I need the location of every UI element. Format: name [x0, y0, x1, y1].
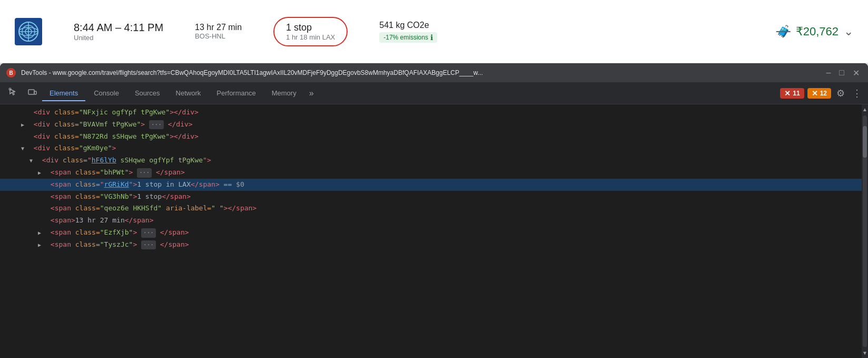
tab-network[interactable]: Network: [169, 85, 209, 101]
info-icon[interactable]: ℹ: [430, 33, 433, 42]
warning-x-icon: ✕: [812, 89, 818, 98]
scroll-down-arrow[interactable]: ▼: [861, 349, 868, 357]
flight-times: 8:44 AM – 4:11 PM United: [74, 22, 163, 42]
collapse-arrow[interactable]: ▶: [38, 169, 44, 177]
airline-logo: [15, 18, 42, 45]
devtools-titlebar: B DevTools - www.google.com/travel/fligh…: [0, 63, 868, 82]
svg-rect-7: [28, 90, 34, 94]
stops-detail: 1 hr 18 min LAX: [286, 33, 335, 41]
more-options-icon[interactable]: ⋮: [850, 84, 864, 102]
minimize-button[interactable]: –: [824, 68, 833, 78]
emissions-badge: -17% emissions ℹ: [379, 32, 437, 43]
expand-chevron-icon[interactable]: ⌄: [844, 25, 853, 38]
html-line: ▼ <div class="hF6lYb sSHqwe ogfYpf tPgKw…: [0, 154, 862, 167]
html-line: <div class="NFxjic ogfYpf tPgKwe"></div>: [0, 107, 862, 119]
flight-duration-value: 13 hr 27 min: [195, 23, 242, 32]
devtools-content: <div class="NFxjic ogfYpf tPgKwe"></div>…: [0, 104, 868, 358]
flight-duration: 13 hr 27 min BOS-HNL: [195, 23, 242, 40]
html-line: ▶ <span class="bhPWt"> ··· </span>: [0, 167, 862, 179]
flight-price: ₹20,762: [796, 25, 839, 38]
html-line-selected[interactable]: <span class="rGRiKd">1 stop in LAX</span…: [0, 179, 862, 191]
more-tabs-icon[interactable]: »: [305, 85, 318, 101]
error-x-icon: ✕: [784, 89, 791, 98]
error-badge[interactable]: ✕ 11: [780, 88, 804, 99]
html-line: <div class="N872Rd sSHqwe tPgKwe"></div>: [0, 131, 862, 143]
emissions-badge-text: -17% emissions: [383, 34, 428, 41]
html-line: <span class="VG3hNb">1 stop</span>: [0, 191, 862, 203]
collapse-arrow[interactable]: ▶: [38, 241, 44, 249]
tab-elements[interactable]: Elements: [42, 85, 85, 101]
html-line: ▶ <div class="BVAVmf tPgKwe"> ··· </div>: [0, 119, 862, 131]
devtools-url: DevTools - www.google.com/travel/flights…: [21, 69, 818, 76]
tab-sources[interactable]: Sources: [127, 85, 167, 101]
stops-main: 1 stop: [286, 22, 335, 33]
ellipsis-toggle[interactable]: ···: [141, 228, 156, 238]
html-line: ▼ <div class="gKm0ye">: [0, 142, 862, 154]
flight-stops-area: 1 stop 1 hr 18 min LAX: [273, 17, 348, 46]
collapse-arrow[interactable]: ▼: [29, 157, 36, 165]
warning-count: 12: [820, 90, 827, 97]
flight-card: 8:44 AM – 4:11 PM United 13 hr 27 min BO…: [0, 0, 868, 63]
html-line: ▶ <span class="TyszJc"> ··· </span>: [0, 239, 862, 251]
emissions-info: 541 kg CO2e -17% emissions ℹ: [379, 21, 437, 43]
browser-favicon: B: [6, 68, 16, 78]
collapse-arrow[interactable]: ▶: [38, 229, 44, 237]
co2-value: 541 kg CO2e: [379, 21, 437, 30]
html-line: <span>13 hr 27 min</span>: [0, 215, 862, 227]
flight-time-range: 8:44 AM – 4:11 PM: [74, 22, 163, 34]
svg-rect-8: [34, 91, 36, 94]
ellipsis-toggle[interactable]: ···: [137, 168, 152, 178]
tab-console[interactable]: Console: [86, 85, 126, 101]
close-button[interactable]: ✕: [851, 68, 862, 78]
collapse-arrow[interactable]: ▶: [21, 121, 27, 129]
scroll-up-arrow[interactable]: ▲: [861, 105, 868, 113]
html-line: <span class="qeoz6e HKHSfd" aria-label="…: [0, 202, 862, 215]
flight-airline: United: [74, 34, 163, 42]
scrollbar-track[interactable]: [863, 115, 867, 347]
ellipsis-toggle[interactable]: ···: [141, 240, 156, 250]
devtools-tabs-bar: Elements Console Sources Network Perform…: [0, 82, 868, 104]
tab-performance[interactable]: Performance: [209, 85, 263, 101]
device-toggle-icon[interactable]: [23, 84, 41, 102]
devtools-window: B DevTools - www.google.com/travel/fligh…: [0, 63, 868, 358]
elements-scrollbar: ▲ ▼: [862, 104, 868, 358]
stops-circle: 1 stop 1 hr 18 min LAX: [273, 17, 348, 46]
error-count: 11: [793, 90, 800, 97]
flight-route: BOS-HNL: [195, 32, 242, 40]
collapse-arrow[interactable]: ▼: [21, 144, 27, 153]
tab-memory[interactable]: Memory: [264, 85, 304, 101]
warning-badge[interactable]: ✕ 12: [807, 88, 831, 99]
no-baggage-icon: 🧳: [776, 25, 791, 38]
price-area: 🧳 ₹20,762 ⌄: [776, 25, 853, 38]
select-element-icon[interactable]: [4, 84, 22, 102]
restore-button[interactable]: □: [837, 68, 846, 78]
titlebar-controls: – □ ✕: [824, 68, 862, 78]
elements-panel: <div class="NFxjic ogfYpf tPgKwe"></div>…: [0, 104, 862, 358]
settings-gear-icon[interactable]: ⚙: [832, 84, 849, 102]
ellipsis-toggle[interactable]: ···: [149, 120, 164, 130]
scrollbar-thumb[interactable]: [863, 126, 867, 158]
html-line: ▶ <span class="EzfXjb"> ··· </span>: [0, 227, 862, 239]
